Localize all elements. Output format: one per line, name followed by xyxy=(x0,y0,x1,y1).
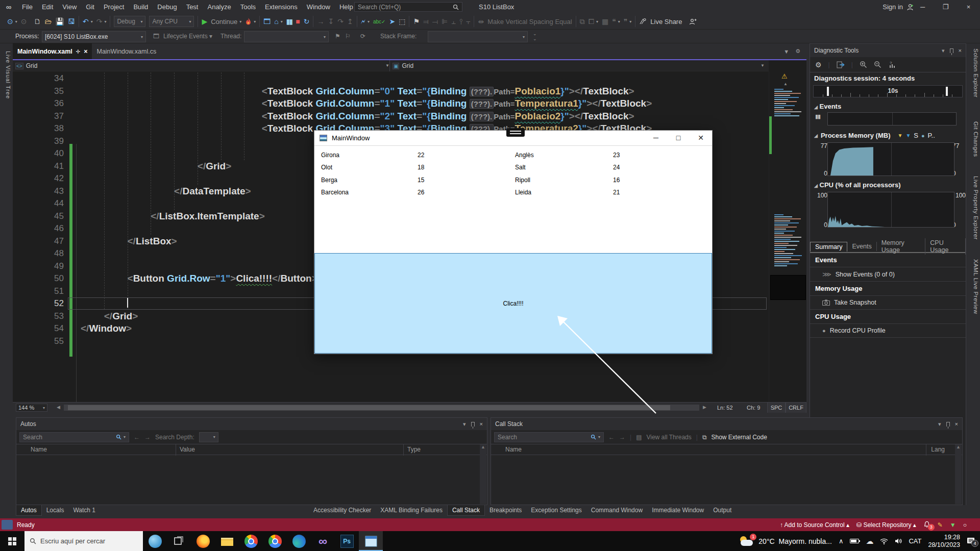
document-list-dropdown-icon[interactable]: ▼ xyxy=(783,48,789,55)
continue-label[interactable]: Continue xyxy=(211,18,237,26)
solution-platform-dropdown[interactable]: Any CPU▾ xyxy=(149,16,194,27)
step-over-icon[interactable]: ↷ xyxy=(337,17,344,26)
notifications-bell-button[interactable]: 3 xyxy=(923,521,930,529)
weather-widget[interactable]: 1 20°C Mayorm. nubla... xyxy=(739,536,832,547)
make-vertical-spacing-label[interactable]: Make Vertical Spacing Equal xyxy=(487,18,572,26)
menu-item-window[interactable]: Window xyxy=(302,0,335,14)
menu-item-view[interactable]: View xyxy=(58,0,81,14)
menu-item-extensions[interactable]: Extensions xyxy=(260,0,302,14)
bottom-tab-exception-settings[interactable]: Exception Settings xyxy=(526,505,586,516)
line-ending-indicator[interactable]: CRLF xyxy=(786,403,806,413)
column-header-name[interactable]: Name xyxy=(491,446,522,453)
selection-pointer-icon[interactable]: ➤ xyxy=(389,17,395,26)
xaml-hot-path-icon[interactable]: 🗲 xyxy=(361,17,365,26)
menu-item-project[interactable]: Project xyxy=(99,0,129,14)
timeline-ruler[interactable]: 10s xyxy=(813,85,963,97)
breadcrumb-left[interactable]: <>Grid ▼ xyxy=(13,60,389,71)
close-icon[interactable]: × xyxy=(959,47,962,54)
search-input[interactable]: Search (Ctrl+Q) xyxy=(354,2,462,12)
prev-frame-icon[interactable]: ← xyxy=(608,434,615,441)
align-top-icon[interactable]: ⫠ xyxy=(451,17,455,26)
sign-in-button[interactable]: Sign in xyxy=(883,0,914,14)
align-right-icon[interactable]: ⊫ xyxy=(442,17,448,26)
breadcrumb-right[interactable]: ▣Grid ▼ xyxy=(390,60,769,71)
save-all-icon[interactable]: 🖫 xyxy=(68,17,75,26)
menu-item-edit[interactable]: Edit xyxy=(37,0,58,14)
bottom-tab-command-window[interactable]: Command Window xyxy=(586,505,647,516)
menu-item-debug[interactable]: Debug xyxy=(153,0,181,14)
scroll-up-icon[interactable]: ▲ xyxy=(783,82,788,86)
diag-tab-memory-usage[interactable]: Memory Usage xyxy=(877,238,926,255)
cpu-graph-title[interactable]: CPU (% of all processors) xyxy=(820,181,901,189)
diag-tab-cpu-usage[interactable]: CPU Usage xyxy=(925,238,966,255)
autos-search-input[interactable]: Search ▾ xyxy=(19,432,129,442)
menu-item-file[interactable]: File xyxy=(17,0,37,14)
grid-options-icon[interactable]: ▦ xyxy=(602,17,608,26)
pending-edit-icon[interactable]: ✎ xyxy=(938,521,943,529)
record-cpu-link[interactable]: Record CPU Profile xyxy=(830,327,886,334)
code-line-37[interactable]: 37<TextBlock Grid.Column="2" Text="{Bind… xyxy=(13,110,769,123)
side-tab-solution-explorer[interactable]: Solution Explorer xyxy=(968,48,979,97)
process-dropdown[interactable]: [6024] S10 ListBox.exe▾ xyxy=(42,31,146,42)
step-into-icon[interactable]: ↧ xyxy=(328,17,334,26)
stop-icon[interactable]: ■ xyxy=(296,17,300,26)
zoom-out-icon[interactable] xyxy=(874,61,881,68)
pause-events-icon[interactable]: ▮▮ xyxy=(815,113,820,120)
listbox-item[interactable]: Olot18Salt24 xyxy=(314,162,712,174)
bottom-tab-immediate-window[interactable]: Immediate Window xyxy=(647,505,708,516)
find-in-code-icon[interactable]: 🗔 xyxy=(263,17,271,26)
app-minimize-button[interactable]: ─ xyxy=(645,131,667,145)
start-button[interactable] xyxy=(0,531,24,551)
view-all-threads-button[interactable]: View all Threads xyxy=(646,434,691,441)
panel-menu-icon[interactable]: ▾ xyxy=(463,421,466,428)
take-snapshot-link[interactable]: Take Snapshot xyxy=(834,299,876,306)
events-track-header[interactable]: Events xyxy=(820,103,842,110)
column-header-name[interactable]: Name xyxy=(31,446,47,453)
speaker-icon[interactable] xyxy=(895,538,902,544)
bottom-tab-call-stack[interactable]: Call Stack xyxy=(447,505,485,516)
continue-icon[interactable]: ▶ xyxy=(202,17,207,26)
live-visual-tree-tab[interactable]: Live Visual Tree xyxy=(1,51,11,99)
line-indicator[interactable]: Ln: 52 xyxy=(717,403,733,413)
column-indicator[interactable]: Ch: 9 xyxy=(747,403,760,413)
undo-icon[interactable]: ↶ xyxy=(83,17,89,26)
chart-options-icon[interactable]: ? xyxy=(888,61,896,68)
step-out-icon[interactable]: ↥ xyxy=(347,17,353,26)
menu-item-build[interactable]: Build xyxy=(129,0,153,14)
close-icon[interactable]: × xyxy=(480,421,483,427)
file-explorer-icon[interactable] xyxy=(215,531,239,551)
navigate-back-icon[interactable]: ⊙ xyxy=(7,17,13,26)
tab-settings-gear-icon[interactable]: ⚙ xyxy=(795,48,800,55)
bottom-tab-breakpoints[interactable]: Breakpoints xyxy=(485,505,526,516)
close-button[interactable]: × xyxy=(957,0,980,14)
running-app-icon[interactable] xyxy=(359,531,383,551)
align-center-icon[interactable]: ⟞ xyxy=(432,17,438,26)
restore-button[interactable]: ❐ xyxy=(934,0,957,14)
flag-marker-icon[interactable]: ⚑ xyxy=(335,33,340,40)
battery-icon[interactable] xyxy=(850,539,859,543)
next-frame-icon[interactable]: → xyxy=(619,434,625,441)
space-mode-indicator[interactable]: SPC xyxy=(767,403,786,413)
bookmark-icon[interactable]: ⚑ xyxy=(413,17,420,26)
sync-status-icon[interactable]: ○ xyxy=(963,521,967,529)
tab-MainWindow.xaml.cs[interactable]: MainWindow.xaml.cs xyxy=(92,43,161,59)
visual-studio-icon[interactable]: ∞ xyxy=(311,531,335,551)
bottom-tab-output[interactable]: Output xyxy=(708,505,736,516)
bottom-tab-xaml-binding-failures[interactable]: XAML Binding Failures xyxy=(376,505,447,516)
code-line-35[interactable]: 35<TextBlock Grid.Column="0" Text="{Bind… xyxy=(13,85,769,98)
flagged-threads-icon[interactable]: ⚐ xyxy=(345,33,351,40)
zoom-level-dropdown[interactable]: 144 %▾ xyxy=(16,404,47,412)
menu-item-tools[interactable]: Tools xyxy=(236,0,260,14)
show-events-link[interactable]: Show Events (0 of 0) xyxy=(836,271,895,278)
listbox-item[interactable]: Girona22Anglès23 xyxy=(314,149,712,162)
keyboard-language[interactable]: CAT xyxy=(909,537,921,545)
chrome-2-icon[interactable] xyxy=(263,531,287,551)
hidden-icons-chevron[interactable]: ∧ xyxy=(839,537,844,545)
memory-graph-title[interactable]: Process Memory (MB) xyxy=(821,132,891,139)
open-file-icon[interactable]: 🗁 xyxy=(44,17,52,26)
bottom-tab-accessibility-checker[interactable]: Accessibility Checker xyxy=(309,505,376,516)
navigate-home-icon[interactable]: ⌂ xyxy=(274,17,278,26)
search-depth-dropdown[interactable]: ▾ xyxy=(199,432,218,442)
hot-reload-flame-icon[interactable] xyxy=(245,18,252,26)
editor-minimap[interactable]: ⚠ ▲ xyxy=(769,71,806,402)
